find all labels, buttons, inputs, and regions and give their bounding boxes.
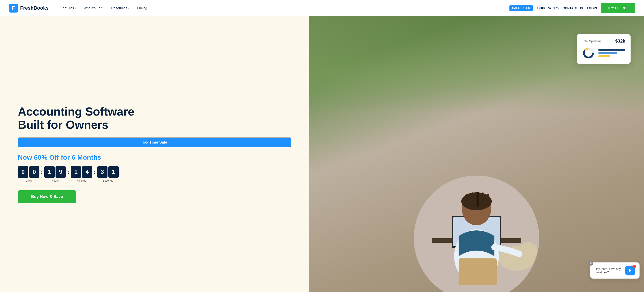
buy-now-button[interactable]: Buy Now & Save [18,190,76,203]
call-sales-badge[interactable]: CALL SALES [510,5,533,11]
separator-2: : [67,168,70,176]
nav-right: CALL SALES 1.888.674.3175 CONTACT US LOG… [510,3,635,13]
seconds-label: Seconds [103,179,113,182]
chat-message: Hey there, have any questions? [595,267,623,274]
discount-text: Now 60% Off for 6 Months [18,154,291,161]
login-link[interactable]: LOGIN [587,6,597,10]
svg-point-13 [518,242,538,259]
chevron-down-icon: ▾ [75,7,76,9]
countdown-minutes: 1 4 Minutes [71,166,92,182]
chat-bubble: ✕ Hey there, have any questions? F 1 [590,262,640,278]
minutes-digit-2: 4 [82,166,92,178]
hero-right: Total Spending $32k ✕ H [309,16,644,292]
chat-close-button[interactable]: ✕ [588,261,594,266]
countdown-timer: 0 0 Days : 1 9 Hours : 1 4 [18,166,291,182]
nav-who-its-for[interactable]: Who It's For ▾ [80,4,106,12]
contact-us-link[interactable]: CONTACT US [563,6,583,10]
sale-badge-button[interactable]: Tax Time Sale [18,138,291,147]
countdown-seconds: 3 1 Seconds [97,166,119,182]
seconds-digit-2: 1 [108,166,119,178]
days-label: Days [26,179,32,182]
try-free-button[interactable]: TRY IT FREE [601,3,635,13]
logo-link[interactable]: F FreshBooks [9,4,48,12]
hero-title: Accounting Software Built for Owners [18,105,291,131]
nav-links: Features ▾ Who It's For ▾ Resources ▾ Pr… [58,4,510,12]
hero-person-svg [400,162,553,292]
hours-digit-2: 9 [56,166,66,178]
bar-1 [598,49,625,51]
hours-digit-1: 1 [44,166,55,178]
countdown-days: 0 0 Days [18,166,40,182]
spending-card-header: Total Spending $32k [582,38,625,44]
days-digit-2: 0 [29,166,40,178]
chevron-down-icon: ▾ [128,7,129,9]
spending-amount: $32k [615,38,625,44]
seconds-digit-1: 3 [97,166,108,178]
bar-2 [598,52,617,54]
svg-rect-9 [476,192,479,207]
logo-text: FreshBooks [20,5,48,11]
minutes-digit-1: 1 [71,166,81,178]
days-digit-1: 0 [18,166,28,178]
hero-left: Accounting Software Built for Owners Tax… [0,16,309,292]
chat-badge: 1 [632,265,636,268]
nav-pricing[interactable]: Pricing [134,4,150,12]
hours-label: Hours [52,179,59,182]
spending-chart [582,47,625,59]
separator-1: : [41,168,43,176]
bar-chart [598,49,625,57]
nav-features[interactable]: Features ▾ [58,4,79,12]
nav-resources[interactable]: Resources ▾ [108,4,132,12]
countdown-hours: 1 9 Hours [44,166,66,182]
svg-rect-14 [458,258,497,285]
minutes-label: Minutes [77,179,86,182]
separator-3: : [94,168,96,176]
hero-section: Accounting Software Built for Owners Tax… [0,16,644,292]
spending-label: Total Spending [582,40,602,43]
logo-icon: F [9,4,18,12]
tree-bg [309,16,644,113]
chevron-down-icon: ▾ [102,7,104,9]
chat-icon[interactable]: F 1 [625,266,635,276]
bar-3 [598,55,610,57]
spending-card: Total Spending $32k [577,34,630,64]
donut-chart-svg [582,47,595,59]
navbar: F FreshBooks Features ▾ Who It's For ▾ R… [0,0,644,16]
phone-number[interactable]: 1.888.674.3175 [537,6,558,10]
